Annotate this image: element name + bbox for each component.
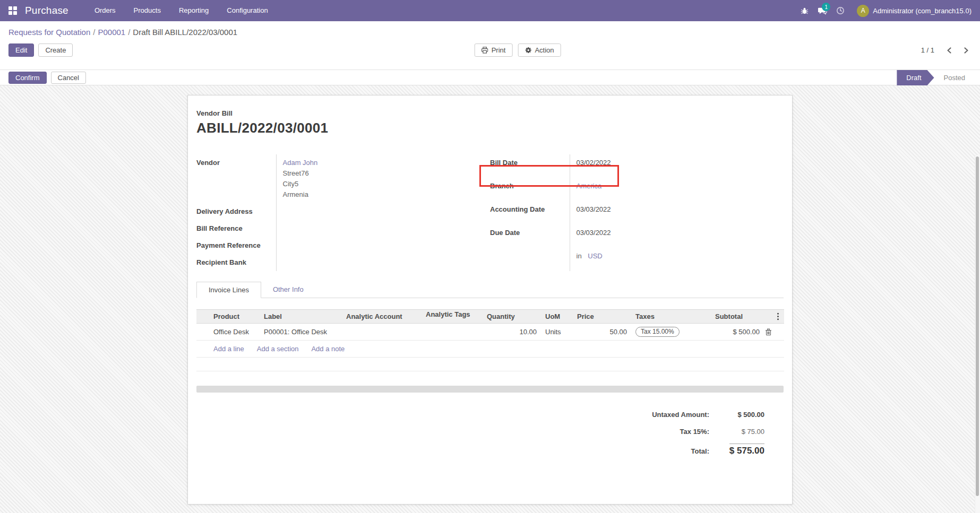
invoice-line-row[interactable]: Office Desk P00001: Office Desk 10.00 Un… [196, 324, 784, 341]
cell-price: 50.00 [573, 324, 631, 341]
print-button[interactable]: Print [475, 44, 513, 57]
delete-line-button[interactable] [764, 324, 777, 341]
row-handle [196, 341, 209, 358]
cell-taxes: Tax 15.00% [631, 324, 711, 341]
optional-columns-toggle[interactable] [777, 310, 784, 324]
user-name: Administrator (com_branch15.0) [873, 7, 972, 15]
bill-date-label: Bill Date [490, 154, 570, 178]
debug-bug-icon[interactable] [795, 0, 813, 21]
row-end-spacer [777, 324, 784, 341]
menu-configuration[interactable]: Configuration [218, 0, 277, 21]
add-a-section-link[interactable]: Add a section [257, 345, 299, 353]
vendor-link[interactable]: Adam John [283, 159, 318, 167]
product-column-header: Product [209, 310, 260, 324]
recipient-bank-field[interactable] [276, 254, 490, 271]
avatar: A [857, 5, 869, 17]
branch-link[interactable]: America [577, 182, 602, 190]
label-column-header: Label [260, 310, 342, 324]
cell-label: P00001: Office Desk [260, 324, 342, 341]
breadcrumb-rfq-link[interactable]: Requests for Quotation [8, 28, 90, 37]
messages-icon[interactable]: 1 [813, 0, 831, 21]
document-number: ABILL/2022/03/0001 [196, 120, 784, 136]
window-scrollbar-thumb[interactable] [976, 156, 979, 496]
add-line-row: Add a line Add a section Add a note [196, 341, 784, 358]
row-handle [196, 324, 209, 341]
form-view: Vendor Bill ABILL/2022/03/0001 Vendor Ad… [0, 85, 980, 513]
top-navbar: Purchase Orders Products Reporting Confi… [0, 0, 980, 21]
tab-other-info[interactable]: Other Info [261, 282, 315, 298]
totals-block: Untaxed Amount: $ 500.00 Tax 15%: $ 75.0… [652, 406, 764, 460]
printer-icon [482, 47, 488, 54]
menu-reporting[interactable]: Reporting [170, 0, 218, 21]
breadcrumb-order-link[interactable]: P00001 [98, 28, 125, 37]
vendor-address: Street76 City5 Armenia [283, 168, 491, 200]
breadcrumb-separator: / [90, 28, 98, 37]
table-horizontal-scrollbar[interactable] [196, 386, 784, 393]
window-scrollbar-track[interactable] [975, 155, 980, 513]
bill-date-value: 03/02/2022 [570, 154, 784, 178]
pager-next-button[interactable] [961, 46, 970, 55]
print-button-label: Print [492, 46, 506, 54]
uom-column-header: UoM [541, 310, 573, 324]
action-button[interactable]: Action [518, 44, 561, 57]
vendor-address-city: City5 [283, 179, 491, 189]
taxes-column-header: Taxes [631, 310, 711, 324]
breadcrumb: Requests for Quotation/P00001/Draft Bill… [8, 28, 972, 37]
left-field-group: Vendor Adam John Street76 City5 Armenia … [196, 154, 490, 271]
currency-link[interactable]: USD [588, 252, 602, 260]
breadcrumb-current: Draft Bill ABILL/2022/03/0001 [133, 28, 237, 37]
create-button[interactable]: Create [38, 44, 73, 57]
edit-button[interactable]: Edit [8, 44, 34, 57]
menu-orders[interactable]: Orders [85, 0, 125, 21]
activities-clock-icon[interactable] [831, 0, 849, 21]
payment-reference-label: Payment Reference [196, 237, 276, 254]
cell-product: Office Desk [209, 324, 260, 341]
untaxed-amount-label: Untaxed Amount: [652, 406, 709, 423]
cell-analytic-account [342, 324, 422, 341]
notebook-tabs: Invoice Lines Other Info [196, 282, 784, 298]
tax-value: $ 75.00 [709, 423, 764, 440]
status-posted[interactable]: Posted [934, 70, 975, 85]
untaxed-amount-value: $ 500.00 [709, 406, 764, 423]
app-title[interactable]: Purchase [25, 5, 68, 16]
apps-grid-icon[interactable] [8, 6, 18, 15]
cancel-button[interactable]: Cancel [51, 72, 86, 84]
breadcrumb-separator: / [125, 28, 133, 37]
bill-reference-field[interactable] [276, 220, 490, 237]
form-statusbar: Confirm Cancel Draft Posted [0, 69, 980, 85]
confirm-button[interactable]: Confirm [8, 72, 47, 84]
accounting-date-value: 03/03/2022 [570, 201, 784, 224]
right-field-group: Bill Date 03/02/2022 Branch America Acco… [490, 154, 784, 271]
handle-column-header [196, 310, 209, 324]
pager-previous-button[interactable] [945, 46, 954, 55]
pager-value: 1 / 1 [921, 46, 934, 54]
payment-reference-field[interactable] [276, 237, 490, 254]
price-column-header: Price [573, 310, 631, 324]
cell-quantity: 10.00 [483, 324, 541, 341]
document-type-label: Vendor Bill [196, 109, 784, 117]
status-steps: Draft Posted [897, 70, 975, 85]
accounting-date-label: Accounting Date [490, 201, 570, 224]
delete-column-header [764, 310, 777, 324]
branch-label: Branch [490, 178, 570, 201]
currency-prefix: in [577, 252, 582, 260]
user-menu[interactable]: A Administrator (com_branch15.0) [857, 5, 972, 17]
status-draft[interactable]: Draft [897, 70, 934, 85]
add-a-line-link[interactable]: Add a line [213, 345, 244, 353]
trash-icon [765, 328, 772, 336]
due-date-label: Due Date [490, 224, 570, 248]
delivery-address-field[interactable] [276, 203, 490, 220]
action-button-label: Action [535, 46, 554, 54]
vendor-label: Vendor [196, 154, 276, 203]
add-a-note-link[interactable]: Add a note [311, 345, 345, 353]
messages-badge: 1 [822, 3, 830, 11]
menu-products[interactable]: Products [125, 0, 170, 21]
gear-icon [525, 47, 531, 54]
currency-row-spacer [490, 248, 570, 271]
cell-uom: Units [541, 324, 573, 341]
analytic-tags-column-header: Analytic Tags [422, 310, 483, 324]
tab-invoice-lines[interactable]: Invoice Lines [196, 282, 261, 298]
tax-tag: Tax 15.00% [635, 327, 680, 337]
empty-row [196, 358, 784, 371]
vertical-dots-icon [777, 312, 779, 320]
